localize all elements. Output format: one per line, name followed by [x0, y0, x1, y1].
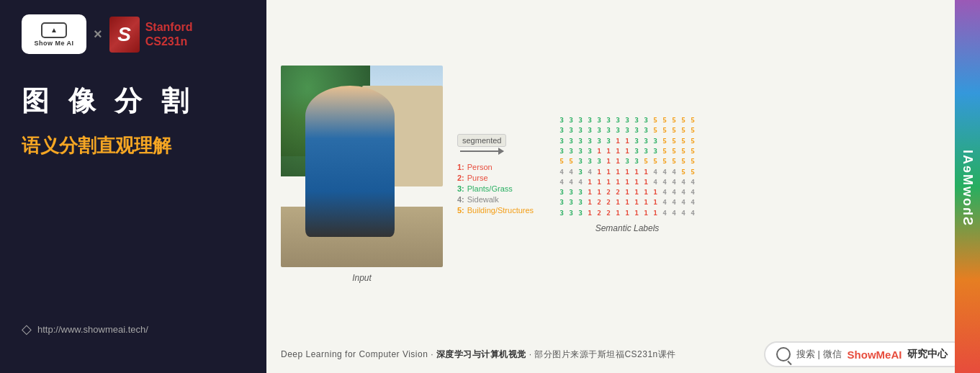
stanford-name: Stanford [145, 20, 193, 34]
grid-cell: 1 [605, 156, 612, 166]
grid-cell: 1 [614, 156, 621, 166]
grid-cell: 3 [652, 136, 659, 145]
arrow-area: segmented [457, 134, 506, 152]
grid-cell: 3 [586, 115, 593, 125]
grid-cell: 4 [680, 177, 687, 186]
grid-cell: 5 [652, 115, 659, 125]
grid-cell: 3 [633, 146, 640, 156]
grid-cell: 3 [595, 156, 603, 166]
grid-cell: 5 [689, 115, 696, 125]
grid-row: 333122111114444 [558, 208, 696, 217]
grid-cell: 1 [605, 177, 612, 186]
grid-cell: 3 [633, 125, 640, 135]
legend-num-2: 2: [457, 174, 464, 182]
grid-cell: 3 [605, 115, 612, 125]
grid-cell: 3 [577, 167, 584, 176]
grid-cell: 3 [614, 115, 621, 125]
grid-row: 333333113335555 [558, 136, 696, 145]
grid-cell: 5 [680, 167, 687, 176]
legend-item-5: 5: Building/Structures [457, 206, 544, 215]
grid-row: 444111111144444 [558, 177, 696, 186]
grid-cell: 1 [642, 177, 649, 186]
grid-cell: 3 [586, 156, 593, 166]
grid-cell: 3 [642, 115, 649, 125]
grid-row: 443411111144455 [558, 167, 696, 176]
grid-cell: 1 [624, 208, 631, 217]
stanford-text: Stanford CS231n [145, 20, 193, 48]
grid-cell: 4 [661, 197, 668, 207]
semantic-area: 3333333333555553333333333555553333331133… [558, 115, 696, 233]
grid-cell: 3 [567, 146, 575, 156]
times-symbol: × [94, 26, 102, 42]
legend-item-2: 2: Purse [457, 174, 544, 182]
arrow-line [460, 150, 503, 152]
grid-cell: 1 [624, 146, 631, 156]
grid-cell: 4 [689, 208, 696, 217]
grid-cell: 5 [670, 115, 678, 125]
grid-cell: 3 [577, 136, 584, 145]
grid-cell: 4 [652, 167, 659, 176]
grid-cell: 5 [661, 136, 668, 145]
grid-cell: 1 [605, 146, 612, 156]
grid-cell: 5 [661, 115, 668, 125]
grid-cell: 1 [652, 208, 659, 217]
bottom-link[interactable]: ◇ http://www.showmeai.tech/ [22, 321, 148, 337]
grid-cell: 1 [614, 136, 621, 145]
input-image-container: Input [281, 66, 443, 283]
grid-cell: 1 [624, 136, 631, 145]
legend-text-4: Sidewalk [467, 195, 499, 204]
grid-cell: 4 [652, 177, 659, 186]
grid-cell: 1 [586, 187, 593, 197]
grid-cell: 3 [595, 136, 603, 145]
grid-cell: 1 [624, 167, 631, 176]
content-area: Input segmented 1: Person 2: Purse 3: Pl [266, 0, 980, 341]
legend-num-4: 4: [457, 195, 464, 204]
grid-cell: 4 [670, 187, 678, 197]
grid-cell: 2 [595, 208, 603, 217]
logo-area: Show Me AI × S Stanford CS231n [22, 14, 245, 54]
grid-cell: 5 [689, 146, 696, 156]
grid-cell: 5 [680, 136, 687, 145]
grid-row: 333122111114444 [558, 197, 696, 207]
grid-cell: 1 [624, 177, 631, 186]
grid-cell: 5 [680, 125, 687, 135]
grid-cell: 3 [567, 125, 575, 135]
grid-cell: 1 [595, 177, 603, 186]
grid-cell: 3 [577, 115, 584, 125]
grid-cell: 2 [605, 197, 612, 207]
legend-num-3: 3: [457, 184, 464, 193]
grid-cell: 1 [614, 197, 621, 207]
grid-cell: 3 [577, 125, 584, 135]
grid-cell: 3 [624, 125, 631, 135]
grid-cell: 4 [567, 167, 575, 176]
grid-row: 333333333355555 [558, 115, 696, 125]
grid-cell: 1 [595, 167, 603, 176]
grid-cell: 1 [624, 197, 631, 207]
search-bar[interactable]: 搜索 | 微信 ShowMeAI 研究中心 [764, 341, 966, 367]
side-brand-text: ShowMeAI [960, 148, 975, 225]
right-panel: Input segmented 1: Person 2: Purse 3: Pl [266, 0, 980, 373]
grid-cell: 3 [642, 146, 649, 156]
grid-cell: 1 [614, 208, 621, 217]
grid-cell: 3 [577, 156, 584, 166]
input-label: Input [352, 273, 372, 283]
legend-item-1: 1: Person [457, 163, 544, 171]
search-text: 搜索 | 微信 [796, 348, 842, 361]
grid-cell: 2 [605, 187, 612, 197]
grid-cell: 3 [567, 187, 575, 197]
grid-cell: 1 [633, 167, 640, 176]
grid-cell: 5 [652, 156, 659, 166]
legend-text-5: Building/Structures [467, 206, 534, 215]
showmeai-icon [41, 22, 67, 38]
grid-cell: 3 [652, 146, 659, 156]
grid-cell: 1 [633, 177, 640, 186]
bottom-text-cn: 深度学习与计算机视觉 [436, 349, 526, 359]
grid-cell: 3 [558, 197, 565, 207]
grid-cell: 3 [577, 208, 584, 217]
grid-cell: 1 [633, 187, 640, 197]
grid-cell: 2 [595, 197, 603, 207]
img-person-layer [305, 86, 395, 237]
showmeai-brand-text: ShowMeAI [848, 349, 902, 361]
grid-cell: 5 [689, 125, 696, 135]
bottom-text-prefix: Deep Learning for Computer Vision · [281, 349, 436, 359]
